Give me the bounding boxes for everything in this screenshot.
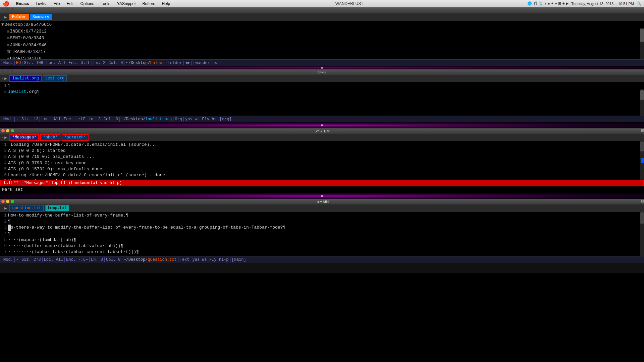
line-number: 1 [1, 83, 7, 89]
org-status-bracket: [org] [218, 117, 233, 122]
org-status-col: Col. 0 [102, 117, 120, 122]
org-scrollbar[interactable] [640, 89, 644, 116]
org-status-dash: - [15, 117, 20, 122]
folder-desktop[interactable]: Desktop:0/954/6616 [5, 22, 52, 28]
line-number: 3 [1, 154, 7, 160]
list-item: ✏ DRAFTS:0/0/0 [1, 55, 643, 59]
org-arrow-right[interactable]: ▶ [4, 76, 7, 81]
divider-3 [0, 193, 644, 199]
menu-help[interactable]: Help [160, 1, 171, 6]
junk-icon: ✉ [7, 42, 9, 48]
org-tl-max[interactable] [11, 70, 14, 73]
system-pane: SYSTEM ⊡ - ▶ *Messages* *bbdb* *scratch*… [0, 128, 644, 193]
folder-scrollbar[interactable] [640, 28, 644, 59]
menu-options[interactable]: Options [79, 1, 95, 6]
menu-edit[interactable]: Edit [65, 1, 75, 6]
sent-icon: ✉ [7, 35, 9, 41]
system-tab-bar: - ▶ *Messages* *bbdb* *scratch* [0, 134, 644, 141]
status-mode: Folder [166, 61, 184, 65]
sys-text-5: ATS (0 0 15732 0): osx_defaults done [8, 166, 102, 172]
arrow-right[interactable]: ▶ [4, 15, 7, 20]
menu-tools[interactable]: Tools [100, 1, 112, 6]
tl-max[interactable] [11, 8, 14, 11]
divider-1 [0, 66, 644, 69]
tl-close[interactable] [1, 8, 5, 11]
org-statusbar: Mod. - Siz. 13 Loc. All Enc. -:LF Ln. 3 … [0, 116, 644, 122]
system-scrollbar[interactable] [640, 141, 644, 180]
folder-sent[interactable]: SENT:0/0/3343 [10, 35, 44, 41]
tab-lawlist-org[interactable]: lawlist.org [9, 75, 41, 82]
status-loc: Loc. All [45, 61, 67, 65]
line-number: 3 [1, 225, 7, 231]
apple-menu[interactable]: 🍎 [3, 0, 9, 7]
tab-question-txt[interactable]: question.txt [9, 205, 44, 212]
sys-text-7: Word wrapping enabled [8, 178, 63, 180]
sys-text-1: Loading /Users/HOME/.0.data/.0.emacs/ini… [11, 142, 157, 148]
main-arrow-left[interactable]: - [1, 206, 4, 210]
main-arrows: - ▶ [1, 206, 7, 211]
sys-arrow-left[interactable]: - [1, 135, 4, 140]
org-scrollbar-thumb[interactable] [640, 90, 644, 100]
tab-folder[interactable]: Folder [9, 14, 29, 20]
main-tl-max[interactable] [11, 200, 14, 203]
sys-arrow-right[interactable]: ▶ [4, 135, 7, 140]
list-item: ✉ INBOX:0/7/2312 [1, 28, 643, 35]
wanderlust-title: WANDERLUST [175, 1, 523, 6]
line-number: 2 [1, 219, 7, 225]
menu-buffers[interactable]: Buffers [141, 1, 157, 6]
tab-bbdb[interactable]: *bbdb* [40, 134, 60, 141]
menu-file[interactable]: File [52, 1, 61, 6]
list-item: 6 Loading /Users/HOME/.0.data/.0.emacs/i… [1, 172, 643, 178]
list-item: 5 ATS (0 0 15732 0): osx_defaults done [1, 166, 643, 172]
folder-inbox[interactable]: INBOX:0/7/2312 [10, 28, 47, 35]
system-statusbar: U:LF**- *Messages* Top L1 (Fundamental y… [0, 180, 644, 186]
main-text-5: ····(mapcar·(lambda·(tab)¶ [8, 237, 76, 243]
list-item: 5 ····(mapcar·(lambda·(tab)¶ [1, 237, 643, 243]
status-enc: Enc. U:LF [67, 61, 92, 65]
org-tl-min[interactable] [6, 70, 9, 73]
search-icon[interactable]: 🔍 [637, 1, 641, 6]
folder-drafts[interactable]: DRAFTS:0/0/0 [10, 56, 42, 59]
main-tl-close[interactable] [1, 200, 5, 203]
sys-tl-max[interactable] [11, 129, 14, 132]
list-item: 2 ¶ [1, 219, 643, 225]
folder-scrollbar-thumb[interactable] [640, 29, 644, 42]
tab-test-org[interactable]: test.org [43, 75, 67, 81]
tab-scratch[interactable]: *scratch* [62, 134, 89, 141]
tab-messages[interactable]: *Messages* [9, 134, 39, 141]
org-arrow-left[interactable]: - [1, 76, 4, 81]
blue-indicator [641, 158, 644, 163]
tab-temp-txt[interactable]: temp.txt [45, 205, 69, 211]
main-arrow-right[interactable]: ▶ [4, 206, 7, 211]
line-number: 1 [1, 213, 7, 219]
tab-summary[interactable]: Summary [30, 14, 52, 20]
system-scrollbar-thumb[interactable] [640, 141, 644, 152]
main-status-path: ~/Desktop/question.txt [122, 257, 178, 262]
system-icons: 🌐 🎵 📡 7 ■ ✦ ≡ ⊞ ◈ ▶ [527, 1, 569, 6]
arrow-left[interactable]: - [1, 15, 4, 19]
status-ro: RO [15, 61, 22, 65]
sys-tl-min[interactable] [6, 129, 9, 132]
menu-emacs[interactable]: Emacs [15, 1, 31, 6]
main-tl-min[interactable] [6, 200, 9, 203]
org-status-enc: Enc. -:LF [62, 117, 87, 122]
system-expand-icon[interactable]: ⊡ [641, 128, 644, 133]
folder-arrows: - ▶ [1, 15, 7, 20]
list-item: 3 ATS (0 0 710 0): osx_defaults ... [1, 154, 643, 160]
main-scrollbar[interactable] [640, 212, 644, 256]
folder-trash[interactable]: TRASH:0/13/17 [12, 49, 46, 55]
folder-junk[interactable]: JUNK:0/934/946 [10, 42, 47, 48]
tl-min[interactable] [6, 8, 9, 11]
menu-yasnippet[interactable]: YASnippet [116, 1, 137, 6]
line-number: 1 [1, 142, 7, 148]
org-tl-close[interactable] [1, 70, 5, 73]
menu-lawlist[interactable]: lawlist [35, 1, 48, 6]
trash-icon: 🗑 [7, 49, 11, 55]
sys-tl-close[interactable] [1, 129, 5, 132]
org-status-minor: yas ws Fly hs [184, 117, 218, 122]
inbox-icon: ✉ [7, 28, 9, 35]
list-item: 7 Word wrapping enabled [1, 178, 643, 180]
main-expand-icon[interactable]: ⊡ [641, 199, 644, 203]
list-item: ▼ Desktop:0/954/6616 [1, 21, 643, 28]
main-scrollbar-thumb[interactable] [640, 212, 644, 224]
